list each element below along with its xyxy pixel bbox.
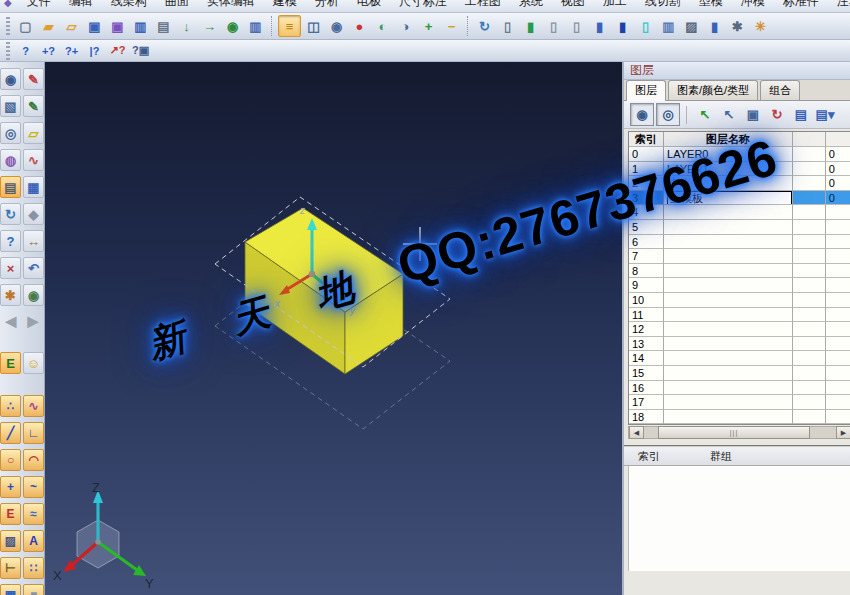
menu-item[interactable]: 型模 <box>699 0 723 10</box>
arc-tool-icon[interactable]: ◠ <box>23 449 44 471</box>
layer-row[interactable]: 5 <box>629 220 850 235</box>
update-visibility-icon[interactable]: ↻ <box>766 104 788 125</box>
point-tool-icon[interactable]: + <box>0 476 21 498</box>
visibility-tools-icon[interactable]: ◎ <box>0 122 21 144</box>
move-entities-icon[interactable]: ▣ <box>742 104 764 125</box>
delete-entity-icon[interactable]: × <box>0 257 21 279</box>
layer-row[interactable]: 16 <box>629 381 850 396</box>
regen-view-icon[interactable]: ↻ <box>474 16 495 36</box>
layers-hscrollbar[interactable]: ◀ ||| ▶ <box>628 426 850 439</box>
scrollbar-thumb[interactable]: ||| <box>658 426 810 439</box>
menu-item[interactable]: 系统 <box>519 0 543 10</box>
menu-item[interactable]: 视图 <box>561 0 585 10</box>
layer-row[interactable]: 13 <box>629 337 850 352</box>
show-selected-icon[interactable]: ◉ <box>326 16 347 36</box>
prev-page-icon[interactable]: ◀ <box>1 311 21 331</box>
print-preview-icon[interactable]: ▤ <box>0 176 21 198</box>
sketcher-e-button[interactable]: E <box>0 352 21 374</box>
measure-width-icon[interactable]: ↔ <box>23 230 44 252</box>
layer-row[interactable]: 14 <box>629 351 850 366</box>
hidden-line-cylinder-icon[interactable]: ▯ <box>543 16 564 36</box>
layer-table-icon[interactable]: ▤ <box>790 104 812 125</box>
point-grid-icon[interactable]: ∷ <box>23 557 44 579</box>
tab-active[interactable]: 图层 <box>626 80 666 101</box>
open-folder-icon[interactable]: ▰ <box>38 16 59 36</box>
column-header[interactable]: 图层名称 <box>664 132 792 147</box>
point-cloud-icon[interactable]: ∴ <box>0 395 21 417</box>
dimension-icon[interactable]: ⊢ <box>0 557 21 579</box>
scroll-right-icon[interactable]: ▶ <box>836 426 850 439</box>
tab-inactive[interactable]: 组合 <box>760 80 800 100</box>
menu-item[interactable]: 分析 <box>315 0 339 10</box>
layer-row[interactable]: 15 <box>629 366 850 381</box>
layer-row[interactable]: 6 <box>629 235 850 250</box>
query-arrow-icon[interactable]: ↗? <box>107 42 128 59</box>
menu-item[interactable]: 编辑 <box>69 0 93 10</box>
select-to-layer-icon[interactable]: ↖ <box>694 104 716 125</box>
work-plane-icon[interactable]: ▦ <box>23 176 44 198</box>
surface-grid-icon[interactable]: ▦ <box>0 584 21 595</box>
find-layer-icon[interactable]: ◎ <box>656 103 680 126</box>
layer-row[interactable]: 10 <box>629 293 850 308</box>
layer-row[interactable]: 0LAYER00 <box>629 147 850 162</box>
layer-row[interactable]: 7 <box>629 249 850 264</box>
solid-cube-icon[interactable]: ◆ <box>23 203 44 225</box>
layer-row[interactable]: 1LAYER10 <box>629 162 850 177</box>
layer-row[interactable]: 11 <box>629 308 850 323</box>
layer-row[interactable]: 4 <box>629 205 850 220</box>
smiley-button[interactable]: ☺ <box>23 352 44 374</box>
display-filter-icon[interactable]: ● <box>349 16 370 36</box>
menu-item[interactable]: 尺寸标注 <box>399 0 447 10</box>
hatch-icon[interactable]: ▨ <box>0 530 21 552</box>
menu-item[interactable]: 注塑辅助 <box>837 0 850 10</box>
show-more-icon[interactable]: + <box>418 16 439 36</box>
undo-icon[interactable]: ↶ <box>23 257 44 279</box>
layer-row[interactable]: 12 <box>629 322 850 337</box>
menu-item[interactable]: 建模 <box>273 0 297 10</box>
menu-item[interactable]: 工程图 <box>465 0 501 10</box>
new-window-view-icon[interactable]: ◫ <box>303 16 324 36</box>
snap-grab-icon[interactable]: ✳ <box>750 16 771 36</box>
tools-settings-icon[interactable]: ✱ <box>727 16 748 36</box>
tab-inactive[interactable]: 图素/颜色/类型 <box>668 80 758 100</box>
new-file-icon[interactable]: ▢ <box>15 16 36 36</box>
layer-row[interactable]: 2镶件0 <box>629 176 850 191</box>
open-part-icon[interactable]: ▱ <box>61 16 82 36</box>
save-as-icon[interactable]: ▣ <box>107 16 128 36</box>
half-shaded-cylinder-icon[interactable]: ▥ <box>658 16 679 36</box>
rotate-model-icon[interactable]: ▮ <box>704 16 725 36</box>
menu-item[interactable]: 电极 <box>357 0 381 10</box>
column-header[interactable] <box>826 132 850 147</box>
layer-row[interactable]: 3上模板0 <box>629 191 850 206</box>
import-model-icon[interactable]: ↓ <box>176 16 197 36</box>
hide-last-icon[interactable]: − <box>441 16 462 36</box>
circle-tool-icon[interactable]: ○ <box>0 449 21 471</box>
pick-layer-icon[interactable]: ↖ <box>718 104 740 125</box>
query-help-icon[interactable]: ? <box>0 230 21 252</box>
layer-row[interactable]: 17 <box>629 395 850 410</box>
menu-item[interactable]: 线切割 <box>645 0 681 10</box>
menu-item[interactable]: 冲模 <box>741 0 765 10</box>
profile-e-icon[interactable]: E <box>0 503 21 525</box>
menu-item[interactable]: 文件 <box>27 0 51 10</box>
show-layer-entities-icon[interactable]: ◉ <box>630 103 654 126</box>
freehand-spline-icon[interactable]: ~ <box>23 476 44 498</box>
transparent-cylinder-icon[interactable]: ▯ <box>635 16 656 36</box>
color-display-icon[interactable]: ◍ <box>0 149 21 171</box>
layer-name-edit-input[interactable]: 上模板 <box>667 191 791 206</box>
save-icon[interactable]: ▣ <box>84 16 105 36</box>
menu-item[interactable]: 实体编辑 <box>207 0 255 10</box>
solid-cylinder-icon[interactable]: ▮ <box>612 16 633 36</box>
toggle-visibility-icon[interactable]: ◑ <box>395 16 416 36</box>
menu-item[interactable]: 加工 <box>603 0 627 10</box>
angle-line-icon[interactable]: ∟ <box>23 422 44 444</box>
view-options-icon[interactable]: ◉ <box>0 68 21 90</box>
print-icon[interactable]: ▤ <box>153 16 174 36</box>
repair-tools-icon[interactable]: ✱ <box>0 284 21 306</box>
regenerate-icon[interactable]: ↻ <box>0 203 21 225</box>
polygon-tool-icon[interactable]: ▱ <box>23 122 44 144</box>
viewport-3d[interactable]: z x y Z X Y <box>45 62 622 595</box>
shaded-cube-icon[interactable]: ■ <box>23 584 44 595</box>
text-abc-icon[interactable]: A <box>23 530 44 552</box>
menu-item[interactable]: 标准件 <box>783 0 819 10</box>
